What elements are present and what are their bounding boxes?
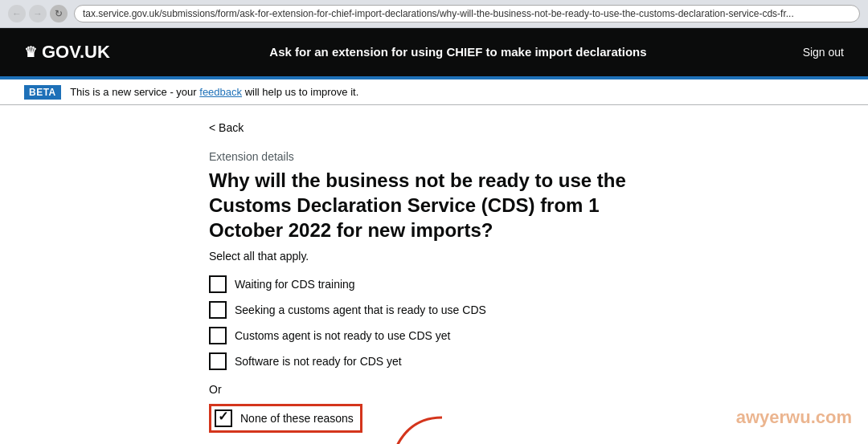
back-nav-button[interactable]: ← [8,5,26,22]
site-header: ♛ GOV.UK Ask for an extension for using … [0,28,868,76]
govuk-logo[interactable]: ♛ GOV.UK [24,42,153,63]
or-divider: Or [209,383,659,396]
browser-bar: ← → ↻ tax.service.gov.uk/submissions/for… [0,0,868,28]
checkbox-label-seeking-agent[interactable]: Seeking a customs agent that is ready to… [235,303,486,316]
checkbox-item: Seeking a customs agent that is ready to… [209,301,659,319]
checkbox-software-not-ready[interactable] [209,352,227,370]
checkbox-item: Customs agent is not ready to use CDS ye… [209,327,659,344]
form-title: Why will the business not be ready to us… [209,168,659,243]
checkbox-group: Waiting for CDS training Seeking a custo… [209,275,659,370]
checkbox-waiting-training[interactable] [209,275,227,293]
header-signout-area: Sign out [764,46,844,59]
checkbox-agent-not-ready[interactable] [209,327,227,344]
checkbox-seeking-agent[interactable] [209,301,227,319]
browser-nav: ← → ↻ [8,5,68,22]
checkbox-label-agent-not-ready[interactable]: Customs agent is not ready to use CDS ye… [235,329,450,342]
beta-text: This is a new service - your [70,86,199,98]
logo-text: GOV.UK [42,42,110,63]
beta-banner: BETA This is a new service - your feedba… [0,79,868,105]
select-hint: Select all that apply. [209,250,659,263]
checkbox-label-software-not-ready[interactable]: Software is not ready for CDS yet [235,355,402,368]
header-title: Ask for an extension for using CHIEF to … [153,44,764,60]
forward-nav-button[interactable]: → [29,5,47,22]
section-label: Extension details [209,150,659,163]
checkbox-none[interactable] [215,409,232,427]
signout-link[interactable]: Sign out [803,46,844,59]
form-section: Back Extension details Why will the busi… [209,121,659,444]
beta-badge: BETA [24,85,61,100]
checkbox-item: Software is not ready for CDS yet [209,352,659,370]
main-content: Back Extension details Why will the busi… [0,105,868,444]
feedback-link[interactable]: feedback [199,86,242,98]
address-bar[interactable]: tax.service.gov.uk/submissions/form/ask-… [74,5,860,22]
checkbox-label-waiting-training[interactable]: Waiting for CDS training [235,278,355,291]
refresh-nav-button[interactable]: ↻ [50,5,68,22]
checkbox-none-container: None of these reasons [209,404,362,433]
checkbox-item: Waiting for CDS training [209,275,659,293]
arrow-svg [378,413,458,444]
back-link[interactable]: Back [209,121,244,134]
crown-icon: ♛ [24,43,37,61]
beta-text-after: will help us to improve it. [245,86,359,98]
checkbox-label-none[interactable]: None of these reasons [240,412,354,425]
